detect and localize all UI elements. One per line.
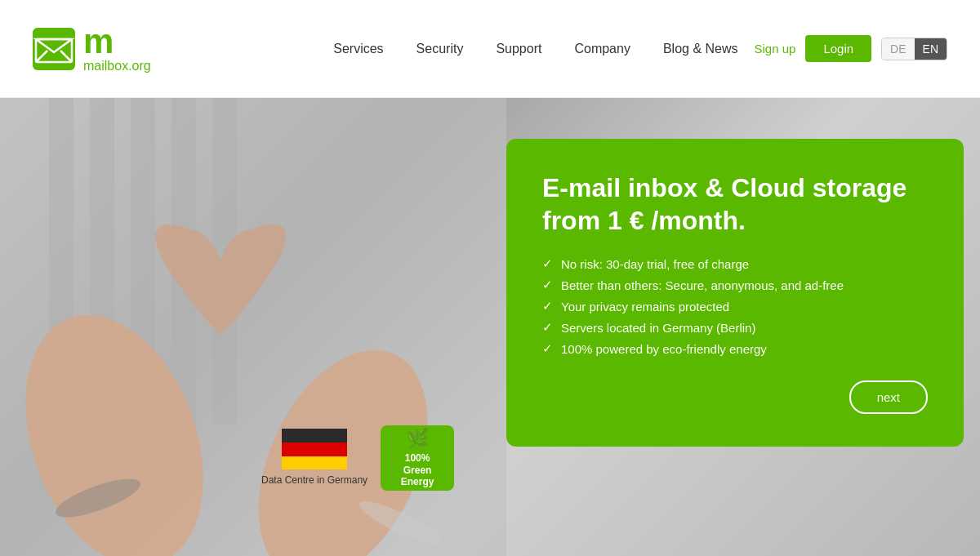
svg-rect-0 <box>33 28 75 70</box>
login-button[interactable]: Login <box>805 35 871 62</box>
feature-item-2: ✓ Better than others: Secure, anonymous,… <box>542 278 928 292</box>
leaf-icon: 🌿 <box>407 428 429 449</box>
hero-section: Data Centre in Germany 🌿 100% Green Ener… <box>0 98 980 556</box>
nav-security[interactable]: Security <box>416 42 464 56</box>
logo[interactable]: m mailbox.org <box>33 24 151 73</box>
badge-germany-text: Data Centre in Germany <box>261 474 368 487</box>
flag-black-stripe <box>282 429 347 443</box>
check-icon-5: ✓ <box>542 341 553 356</box>
feature-list: ✓ No risk: 30-day trial, free of charge … <box>542 256 928 356</box>
flag-red-stripe <box>282 443 347 456</box>
logo-domain: mailbox.org <box>83 59 151 73</box>
nav-blog-news[interactable]: Blog & News <box>663 42 738 56</box>
next-button[interactable]: next <box>849 380 928 414</box>
nav-services[interactable]: Services <box>333 42 383 56</box>
signup-link[interactable]: Sign up <box>755 42 796 56</box>
feature-item-4: ✓ Servers located in Germany (Berlin) <box>542 320 928 335</box>
logo-icon <box>33 28 75 70</box>
auth-area: Sign up Login DE EN <box>755 35 947 62</box>
check-icon-4: ✓ <box>542 320 553 335</box>
feature-text-3: Your privacy remains protected <box>561 300 729 314</box>
check-icon-3: ✓ <box>542 299 553 314</box>
hero-title: E-mail inbox & Cloud storage from 1 € /m… <box>542 171 928 237</box>
header: m mailbox.org Services Security Support … <box>0 0 980 98</box>
feature-text-1: No risk: 30-day trial, free of charge <box>561 257 749 271</box>
feature-item-3: ✓ Your privacy remains protected <box>542 299 928 314</box>
flag-gold-stripe <box>282 456 347 470</box>
hero-card: E-mail inbox & Cloud storage from 1 € /m… <box>506 139 964 447</box>
check-icon-2: ✓ <box>542 278 553 292</box>
badges-area: Data Centre in Germany 🌿 100% Green Ener… <box>261 425 454 491</box>
feature-item-1: ✓ No risk: 30-day trial, free of charge <box>542 256 928 271</box>
check-icon-1: ✓ <box>542 256 553 271</box>
lang-switcher: DE EN <box>881 38 947 60</box>
badge-green-energy: 🌿 100% Green Energy <box>381 425 454 491</box>
feature-text-2: Better than others: Secure, anonymous, a… <box>561 278 844 292</box>
feature-item-5: ✓ 100% powered by eco-friendly energy <box>542 341 928 356</box>
lang-de-button[interactable]: DE <box>882 38 914 60</box>
nav-company[interactable]: Company <box>574 42 630 56</box>
logo-letter: m <box>83 24 151 59</box>
badge-green-text: 100% Green Energy <box>390 452 444 487</box>
german-flag <box>282 429 347 469</box>
nav-support[interactable]: Support <box>496 42 541 56</box>
lang-en-button[interactable]: EN <box>915 38 947 60</box>
badge-germany: Data Centre in Germany <box>261 429 368 487</box>
main-nav: Services Security Support Company Blog &… <box>333 42 737 56</box>
feature-text-5: 100% powered by eco-friendly energy <box>561 342 767 356</box>
header-right: Services Security Support Company Blog &… <box>333 35 947 62</box>
feature-text-4: Servers located in Germany (Berlin) <box>561 321 755 335</box>
